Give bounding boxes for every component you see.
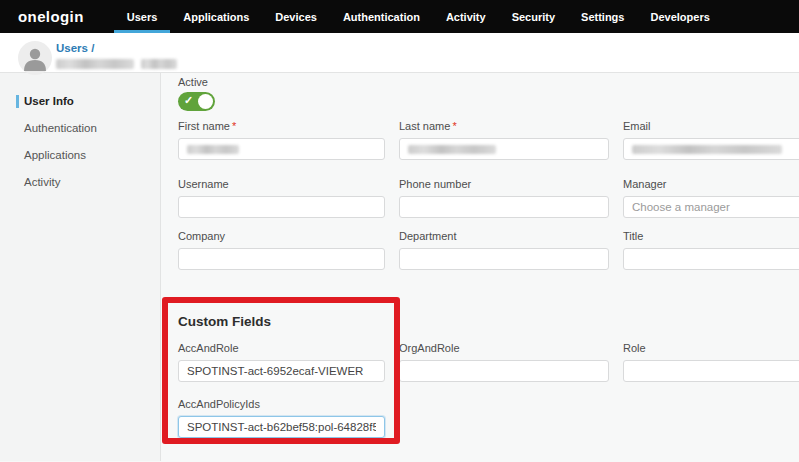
- last-name-label: Last name*: [399, 120, 609, 133]
- redacted-last-name: [408, 145, 496, 154]
- redacted-text-blob: [141, 59, 177, 69]
- acc-and-policy-ids-label: AccAndPolicyIds: [178, 398, 385, 411]
- sidebar-item-applications[interactable]: Applications: [0, 149, 160, 162]
- last-name-input[interactable]: [399, 138, 609, 160]
- acc-and-role-label: AccAndRole: [178, 342, 385, 355]
- phone-number-label: Phone number: [399, 178, 609, 191]
- onelogin-logo: onelogin: [18, 8, 84, 25]
- active-toggle[interactable]: ✓: [178, 92, 215, 111]
- role-input[interactable]: [623, 360, 799, 382]
- nav-tabs: Users Applications Devices Authenticatio…: [114, 0, 723, 33]
- user-avatar-icon: [18, 41, 52, 75]
- manager-input[interactable]: [623, 196, 799, 218]
- active-label: Active: [178, 76, 799, 88]
- redacted-email: [632, 145, 782, 154]
- org-and-role-label: OrgAndRole: [399, 342, 609, 355]
- department-input[interactable]: [399, 248, 609, 270]
- redacted-text-blob: [56, 59, 134, 69]
- title-label: Title: [623, 230, 799, 243]
- sidebar-item-authentication[interactable]: Authentication: [0, 122, 160, 135]
- sidebar-item-user-info[interactable]: User Info: [0, 95, 160, 108]
- sidebar-item-activity[interactable]: Activity: [0, 176, 160, 189]
- nav-tab-users[interactable]: Users: [114, 0, 171, 33]
- required-asterisk: *: [452, 120, 456, 132]
- email-input[interactable]: [623, 138, 799, 160]
- user-info-form: Active ✓ First name* Last name* Email: [161, 73, 799, 461]
- breadcrumb-users-link[interactable]: Users /: [56, 42, 94, 54]
- title-input[interactable]: [623, 248, 799, 270]
- company-label: Company: [178, 230, 385, 243]
- acc-and-role-input[interactable]: [178, 360, 385, 382]
- email-label: Email: [623, 120, 799, 133]
- breadcrumb: Users /: [56, 38, 177, 69]
- nav-tab-security[interactable]: Security: [499, 0, 568, 33]
- acc-and-policy-ids-input[interactable]: [178, 416, 385, 438]
- manager-label: Manager: [623, 178, 799, 191]
- first-name-label: First name*: [178, 120, 385, 133]
- username-label: Username: [178, 178, 385, 191]
- redacted-first-name: [187, 145, 239, 154]
- nav-tab-applications[interactable]: Applications: [170, 0, 262, 33]
- active-field: Active ✓: [178, 76, 799, 111]
- top-nav: onelogin Users Applications Devices Auth…: [0, 0, 799, 33]
- check-icon: ✓: [184, 94, 193, 107]
- role-label: Role: [623, 342, 799, 355]
- username-input[interactable]: [178, 196, 385, 218]
- page-header: Users /: [0, 33, 799, 73]
- org-and-role-input[interactable]: [399, 360, 609, 382]
- nav-tab-settings[interactable]: Settings: [568, 0, 637, 33]
- first-name-input[interactable]: [178, 138, 385, 160]
- phone-number-input[interactable]: [399, 196, 609, 218]
- nav-tab-activity[interactable]: Activity: [433, 0, 499, 33]
- nav-tab-authentication[interactable]: Authentication: [330, 0, 433, 33]
- required-asterisk: *: [232, 120, 236, 132]
- sidebar: User Info Authentication Applications Ac…: [0, 73, 161, 461]
- nav-tab-developers[interactable]: Developers: [637, 0, 722, 33]
- redacted-user-name: [56, 59, 177, 69]
- company-input[interactable]: [178, 248, 385, 270]
- toggle-knob: [198, 94, 213, 109]
- department-label: Department: [399, 230, 609, 243]
- custom-fields-heading: Custom Fields: [178, 314, 799, 330]
- nav-tab-devices[interactable]: Devices: [262, 0, 330, 33]
